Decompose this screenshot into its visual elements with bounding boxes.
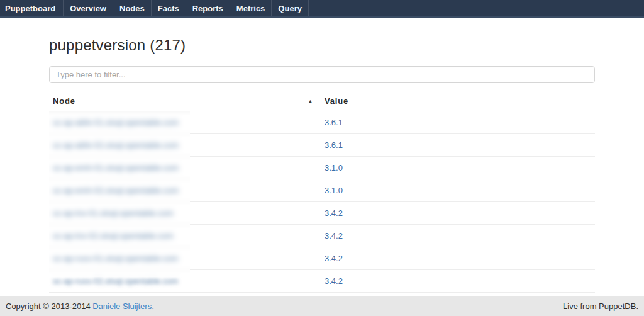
navbar-brand[interactable]: Puppetboard [0, 0, 64, 16]
node-link[interactable]: sc-ap-lnx-02.otsql.opentable.com [53, 231, 174, 240]
table-row: sc-ap-abfe-02.otsql.opentable.com3.6.1 [49, 134, 595, 157]
node-cell: sc-ap-emh-02.otsql.opentable.com [49, 179, 319, 202]
value-link[interactable]: 3.4.2 [325, 254, 343, 263]
column-header-node[interactable]: Node ▲ [49, 93, 319, 111]
table-body: sc-ap-abfe-01.otsql.opentable.com3.6.1sc… [49, 111, 595, 315]
footer-author-link[interactable]: Daniele Sluijters. [92, 302, 154, 311]
sort-ascending-icon: ▲ [308, 98, 313, 104]
node-cell: sc-ap-russ-02.otsql.opentable.com [49, 270, 319, 293]
node-link[interactable]: sc-ap-lnx-01.otsql.opentable.com [53, 208, 174, 218]
value-cell: 3.4.2 [319, 270, 595, 293]
value-cell: 3.4.2 [319, 225, 595, 247]
value-link[interactable]: 3.6.1 [325, 118, 343, 127]
navbar-item-nodes[interactable]: Nodes [113, 0, 152, 16]
node-link[interactable]: sc-ap-emh-01.otsql.opentable.com [53, 163, 179, 172]
table-row: sc-ap-lnx-02.otsql.opentable.com3.4.2 [49, 225, 595, 247]
column-header-value[interactable]: Value [319, 93, 595, 111]
table-row: sc-ap-abfe-01.otsql.opentable.com3.6.1 [49, 111, 595, 134]
table-row: sc-ap-emh-02.otsql.opentable.com3.1.0 [49, 179, 595, 202]
value-link[interactable]: 3.6.1 [325, 140, 343, 150]
value-link[interactable]: 3.4.2 [325, 208, 343, 218]
value-link[interactable]: 3.4.2 [325, 276, 343, 286]
node-link[interactable]: sc-ap-abfe-01.otsql.opentable.com [53, 118, 179, 127]
value-link[interactable]: 3.4.2 [325, 231, 343, 240]
page-title: puppetversion (217) [49, 37, 595, 54]
node-link[interactable]: sc-ap-emh-02.otsql.opentable.com [53, 186, 179, 195]
table-row: sc-ap-emh-01.otsql.opentable.com3.1.0 [49, 157, 595, 179]
footer-copyright: Copyright © 2013-2014 Daniele Sluijters. [6, 302, 154, 311]
value-cell: 3.6.1 [319, 134, 595, 157]
value-link[interactable]: 3.1.0 [325, 186, 343, 195]
table-row: sc-ap-lnx-01.otsql.opentable.com3.4.2 [49, 202, 595, 225]
main-content: puppetversion (217) Node ▲ Value sc-ap-a… [49, 37, 595, 315]
facts-table-wrap: Node ▲ Value sc-ap-abfe-01.otsql.opentab… [49, 93, 595, 315]
navbar-item-reports[interactable]: Reports [186, 0, 230, 16]
node-link[interactable]: sc-ap-russ-02.otsql.opentable.com [53, 276, 178, 286]
footer: Copyright © 2013-2014 Daniele Sluijters.… [0, 296, 644, 316]
node-link[interactable]: sc-ap-abfe-02.otsql.opentable.com [53, 140, 179, 150]
value-cell: 3.6.1 [319, 111, 595, 134]
table-header-row: Node ▲ Value [49, 93, 595, 111]
node-cell: sc-ap-abfe-01.otsql.opentable.com [49, 111, 319, 134]
node-link[interactable]: sc-ap-russ-01.otsql.opentable.com [53, 254, 178, 263]
filter-input[interactable] [49, 66, 595, 83]
navbar-item-query[interactable]: Query [272, 0, 309, 16]
navbar-item-facts[interactable]: Facts [152, 0, 186, 16]
value-cell: 3.4.2 [319, 247, 595, 270]
node-cell: sc-ap-abfe-02.otsql.opentable.com [49, 134, 319, 157]
node-cell: sc-ap-lnx-02.otsql.opentable.com [49, 225, 319, 247]
table-row: sc-ap-russ-02.otsql.opentable.com3.4.2 [49, 270, 595, 293]
node-cell: sc-ap-emh-01.otsql.opentable.com [49, 157, 319, 179]
navbar-menu: OverviewNodesFactsReportsMetricsQuery [64, 0, 309, 16]
footer-live-status: Live from PuppetDB. [563, 302, 638, 311]
navbar-item-metrics[interactable]: Metrics [230, 0, 272, 16]
node-cell: sc-ap-russ-01.otsql.opentable.com [49, 247, 319, 270]
column-header-node-label: Node [53, 96, 75, 106]
value-cell: 3.1.0 [319, 157, 595, 179]
table-row: sc-ap-russ-01.otsql.opentable.com3.4.2 [49, 247, 595, 270]
footer-copyright-text: Copyright © 2013-2014 [6, 302, 91, 311]
navbar: Puppetboard OverviewNodesFactsReportsMet… [0, 0, 644, 18]
facts-table: Node ▲ Value sc-ap-abfe-01.otsql.opentab… [49, 93, 595, 315]
node-cell: sc-ap-lnx-01.otsql.opentable.com [49, 202, 319, 225]
value-cell: 3.1.0 [319, 179, 595, 202]
navbar-item-overview[interactable]: Overview [64, 0, 113, 16]
value-cell: 3.4.2 [319, 202, 595, 225]
value-link[interactable]: 3.1.0 [325, 163, 343, 172]
